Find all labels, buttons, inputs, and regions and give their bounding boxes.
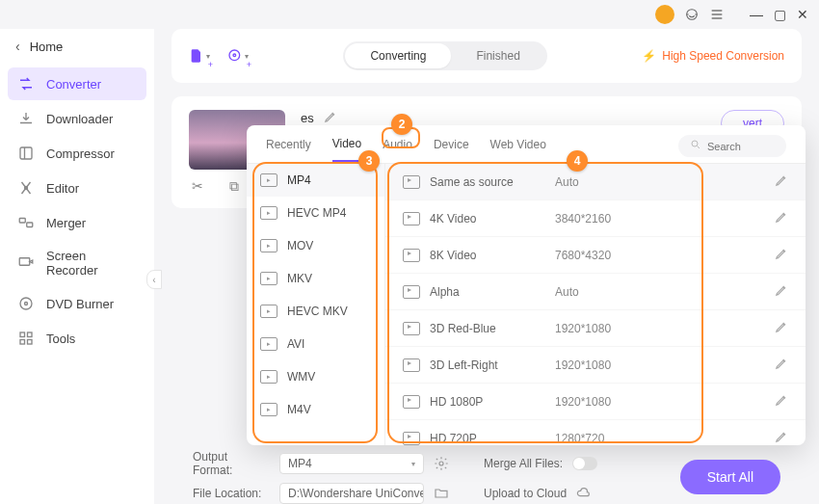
file-location-select[interactable]: D:\Wondershare UniConverter 1 ▾ [279,483,424,504]
edit-icon[interactable] [775,357,788,373]
edit-title-icon[interactable] [324,110,339,125]
edit-icon[interactable] [775,430,788,445]
resolution-value: Auto [555,285,775,299]
home-button[interactable]: ‹ Home [0,29,154,64]
svg-rect-11 [20,332,25,337]
editor-icon [17,179,35,197]
folder-icon[interactable] [434,486,449,501]
edit-icon[interactable] [775,283,788,300]
sidebar-item-compressor[interactable]: Compressor [8,137,146,170]
high-speed-toggle[interactable]: ⚡ High Speed Conversion [642,49,784,63]
format-icon: ▸ [260,173,277,187]
resolution-item[interactable]: Same as sourceAuto [385,164,806,200]
format-item[interactable]: ▸WMV [247,360,384,393]
file-location-value: D:\Wondershare UniConverter 1 [288,487,424,500]
picker-search[interactable] [678,135,786,157]
merger-icon [17,214,35,231]
resolution-item[interactable]: 4K Video3840*2160 [385,200,806,237]
svg-point-15 [229,50,240,61]
resolution-item[interactable]: HD 1080P1920*1080 [385,384,806,420]
resolution-value: 1280*720 [555,432,775,445]
tab-finished[interactable]: Finished [451,43,544,68]
picker-tab-recently[interactable]: Recently [266,138,311,161]
menu-icon[interactable] [709,7,725,22]
add-dvd-button[interactable]: + ▾ [227,45,249,66]
resolution-value: 1920*1080 [555,358,775,372]
picker-tab-web[interactable]: Web Video [490,138,546,161]
sidebar-item-editor[interactable]: Editor [8,172,146,204]
minimize-button[interactable]: — [750,8,763,21]
format-label: MP4 [287,173,311,187]
resolution-value: 3840*2160 [555,212,775,225]
format-item[interactable]: ▸MOV [247,229,384,262]
sidebar-item-label: Screen Recorder [46,249,137,278]
svg-rect-8 [19,258,30,266]
search-input[interactable] [707,141,775,152]
format-item[interactable]: ▸MKV [247,262,384,295]
cloud-icon[interactable] [576,486,592,501]
crop-icon[interactable]: ⧉ [225,177,243,195]
sidebar-item-label: Tools [46,332,75,346]
edit-icon[interactable] [775,320,788,336]
trim-icon[interactable]: ✂ [189,177,206,195]
resolution-item[interactable]: HD 720P1280*720 [385,420,806,445]
picker-tab-audio[interactable]: Audio [383,138,412,161]
resolution-label: 3D Left-Right [430,358,555,372]
dvd-icon [17,295,35,312]
resolution-item[interactable]: 3D Left-Right1920*1080 [385,347,806,384]
avatar[interactable] [655,5,674,24]
sidebar-item-dvd-burner[interactable]: DVD Burner [8,287,146,320]
settings-icon[interactable] [434,456,449,471]
picker-tab-video[interactable]: Video [332,137,361,162]
plus-icon: + [247,60,251,69]
svg-line-18 [698,146,700,149]
edit-icon[interactable] [775,210,788,226]
format-picker: Recently Video Audio Device Web Video ▸M… [247,125,806,445]
format-icon: ▸ [260,305,277,318]
format-item[interactable]: ▸M4V [247,393,384,426]
sidebar-item-merger[interactable]: Merger [8,206,146,239]
format-item[interactable]: ▸HEVC MKV [247,295,384,328]
format-label: HEVC MKV [287,305,348,318]
format-label: AVI [287,337,304,351]
format-icon: ▸ [260,272,277,285]
svg-point-9 [20,298,32,309]
svg-rect-7 [27,223,33,227]
resolution-item[interactable]: AlphaAuto [385,274,806,310]
sidebar-item-screen-recorder[interactable]: Screen Recorder [8,241,146,285]
resolution-value: 1920*1080 [555,322,775,335]
compressor-icon [17,145,35,162]
start-all-button[interactable]: Start All [680,460,780,494]
close-button[interactable]: ✕ [796,8,809,21]
format-item[interactable]: ▸HEVC MP4 [247,197,384,229]
sidebar-item-label: Converter [46,77,101,92]
sidebar-item-label: Editor [46,181,79,196]
resolution-value: Auto [555,175,775,189]
format-item[interactable]: ▸AVI [247,328,384,360]
sidebar-item-downloader[interactable]: Downloader [8,102,146,135]
svg-rect-14 [28,340,33,345]
svg-rect-4 [20,147,32,159]
picker-tab-device[interactable]: Device [434,138,469,161]
sidebar-item-label: Merger [46,216,86,230]
sidebar-item-label: Compressor [46,146,115,161]
resolution-item[interactable]: 8K Video7680*4320 [385,237,806,274]
tab-converting[interactable]: Converting [345,43,451,68]
plus-icon: + [208,60,213,69]
resolution-item[interactable]: 3D Red-Blue1920*1080 [385,310,806,347]
edit-icon[interactable] [775,247,788,263]
sidebar-item-converter[interactable]: Converter [8,67,146,100]
video-icon [403,395,420,409]
edit-icon[interactable] [775,173,788,190]
home-label: Home [30,40,64,54]
support-icon[interactable] [684,7,700,22]
merge-toggle[interactable] [572,457,597,470]
edit-icon[interactable] [775,393,788,410]
sidebar-item-tools[interactable]: Tools [8,322,146,355]
sidebar-item-label: Downloader [46,112,113,126]
output-format-select[interactable]: MP4 ▾ [279,453,424,474]
file-location-label: File Location: [193,487,270,500]
add-file-button[interactable]: + ▾ [189,45,210,66]
resolution-label: 4K Video [430,212,555,225]
maximize-button[interactable]: ▢ [773,8,786,21]
